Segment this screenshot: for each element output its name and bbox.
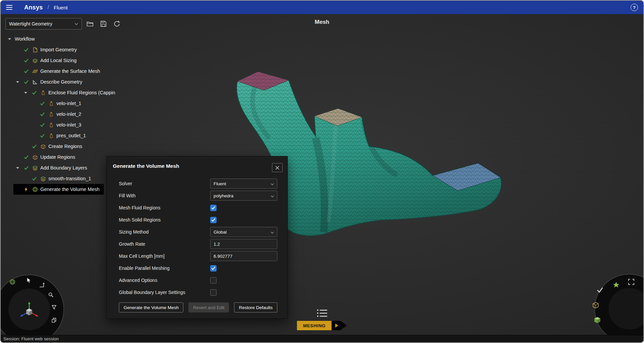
tree-item-label: Add Boundary Layers — [40, 165, 87, 170]
dialog-row-solver: SolverFluent — [107, 178, 287, 190]
caret-down-icon[interactable] — [14, 80, 21, 84]
regions-icon — [32, 154, 38, 160]
restore-defaults-button[interactable]: Restore Defaults — [234, 302, 277, 312]
chevron-down-icon — [271, 230, 274, 235]
dialog-row-growth-rate: Growth Rate1.2 — [107, 238, 287, 250]
advanced-options-checkbox[interactable] — [210, 277, 217, 284]
help-icon[interactable]: ? — [631, 4, 638, 11]
dialog-row-label: Mesh Solid Regions — [119, 217, 210, 223]
dialog-row-label: Fill With — [119, 193, 210, 198]
meshing-advance-arrow[interactable] — [332, 321, 347, 330]
growth-rate-input[interactable]: 1.2 — [210, 239, 277, 249]
tree-item-smooth-transition-1[interactable]: smooth-transition_1 — [21, 173, 95, 184]
tree-item-label: smooth-transition_1 — [48, 176, 91, 181]
caret-down-icon[interactable] — [6, 37, 13, 41]
workflow-type-dropdown[interactable]: Watertight Geometry — [5, 18, 82, 30]
tree-item-add-local-sizing[interactable]: Add Local Sizing — [13, 55, 81, 66]
tree-item-generate-the-volume-mesh[interactable]: Generate the Volume Mesh — [13, 184, 104, 195]
hamburger-menu-icon[interactable] — [6, 3, 15, 12]
check-icon — [31, 176, 38, 181]
tree-item-label: Describe Geometry — [40, 79, 82, 85]
check-icon — [39, 122, 46, 128]
ansys-logo: Ansys — [24, 4, 43, 11]
lightning-icon — [23, 187, 30, 192]
dialog-row-fill-with: Fill Withpolyhedra — [107, 190, 287, 202]
mesh-fluid-regions-checkbox[interactable] — [210, 205, 217, 211]
meshing-mode-label: MESHING — [297, 321, 331, 330]
max-cell-length-mm-input[interactable]: 6.902777 — [210, 251, 277, 261]
check-icon — [39, 133, 46, 138]
check-icon — [39, 101, 46, 106]
task-list-icon[interactable] — [316, 309, 328, 317]
tree-item-velo-inlet-2[interactable]: velo-inlet_2 — [30, 109, 85, 119]
dialog-row-advanced-options: Advanced Options — [107, 274, 287, 286]
tree-item-pres-outlet-1[interactable]: pres_outlet_1 — [30, 130, 90, 141]
describe-geometry-icon — [32, 79, 38, 85]
capping-icon — [48, 101, 54, 106]
revert-and-edit-button[interactable]: Revert and Edit — [188, 302, 229, 312]
dialog-row-max-cell-length-mm: Max Cell Length [mm]6.902777 — [107, 250, 287, 262]
tree-item-describe-geometry[interactable]: Describe Geometry — [13, 77, 86, 87]
viewport-title: Mesh — [315, 19, 329, 26]
generate-the-volume-mesh-button[interactable]: Generate the Volume Mesh — [119, 302, 183, 312]
tree-item-label: velo-inlet_3 — [56, 122, 81, 128]
dialog-row-mesh-solid-regions: Mesh Solid Regions — [107, 214, 287, 226]
tree-item-add-boundary-layers[interactable]: Add Boundary Layers — [13, 162, 91, 173]
capping-icon — [48, 122, 54, 128]
tree-item-velo-inlet-3[interactable]: velo-inlet_3 — [30, 119, 85, 130]
tree-item-label: Generate the Volume Mesh — [40, 187, 100, 192]
meshing-mode-button[interactable]: MESHING — [297, 321, 347, 330]
mesh-solid-regions-checkbox[interactable] — [210, 217, 217, 223]
check-icon — [23, 80, 30, 85]
tree-item-update-regions[interactable]: Update Regions — [13, 152, 79, 162]
chevron-down-icon — [75, 23, 78, 25]
refresh-icon[interactable] — [111, 18, 122, 29]
tree-item-generate-the-surface-mesh[interactable]: Generate the Surface Mesh — [13, 66, 104, 77]
dialog-row-label: Mesh Fluid Regions — [119, 205, 210, 210]
boundary-layers-icon — [32, 165, 38, 171]
play-icon — [335, 324, 338, 328]
dialog-row-label: Sizing Method — [119, 229, 210, 235]
breadcrumb-separator: / — [48, 4, 49, 10]
import-geometry-icon — [32, 47, 38, 53]
sizing-method-select[interactable]: Global — [210, 227, 277, 237]
tree-item-label: velo-inlet_2 — [56, 111, 81, 117]
fill-with-select[interactable]: polyhedra — [210, 191, 277, 201]
dialog-row-label: Max Cell Length [mm] — [119, 253, 210, 259]
view-tool-ball-right[interactable] — [584, 273, 644, 343]
caret-down-icon[interactable] — [22, 91, 29, 95]
check-icon — [39, 112, 46, 117]
tree-item-create-regions[interactable]: Create Regions — [21, 141, 86, 152]
save-icon[interactable] — [98, 18, 109, 29]
tree-item-workflow[interactable]: Workflow — [5, 34, 39, 44]
check-icon — [31, 144, 38, 149]
solver-select[interactable]: Fluent — [210, 179, 277, 189]
tree-item-label: Update Regions — [40, 154, 75, 160]
view-navigation-ball-left[interactable] — [0, 273, 70, 343]
global-boundary-layer-settings-checkbox[interactable] — [210, 289, 217, 296]
dialog-row-global-boundary-layer-settings: Global Boundary Layer Settings — [107, 286, 287, 298]
check-icon — [23, 47, 30, 52]
tree-item-import-geometry[interactable]: Import Geometry — [13, 44, 81, 55]
top-bar: Ansys / Fluent ? — [1, 1, 643, 14]
open-folder-icon[interactable] — [85, 18, 95, 29]
capping-icon — [40, 90, 46, 96]
workflow-preset-row: Watertight Geometry — [5, 18, 135, 30]
session-status-text: Session: Fluent web session — [3, 336, 59, 341]
workflow-mode-controls: MESHING — [297, 309, 347, 330]
tree-item-label: Import Geometry — [40, 47, 77, 52]
caret-down-icon[interactable] — [14, 166, 21, 170]
check-icon — [23, 165, 30, 170]
enable-parallel-meshing-checkbox[interactable] — [210, 265, 217, 272]
tree-item-label: velo-inlet_1 — [56, 101, 81, 106]
tree-item-label: Generate the Surface Mesh — [40, 68, 100, 74]
tree-item-velo-inlet-1[interactable]: velo-inlet_1 — [30, 98, 85, 109]
tree-item-enclose-fluid-regions-cappin[interactable]: Enclose Fluid Regions (Cappin — [21, 87, 119, 98]
boundary-layers-icon — [40, 176, 46, 182]
app-window: Ansys / Fluent ? Mesh — [0, 0, 644, 343]
dialog-row-label: Growth Rate — [119, 241, 210, 247]
check-icon — [23, 58, 30, 63]
close-icon[interactable] — [272, 163, 283, 172]
workflow-type-value: Watertight Geometry — [9, 21, 52, 27]
dialog-title: Generate the Volume Mesh — [113, 163, 179, 169]
